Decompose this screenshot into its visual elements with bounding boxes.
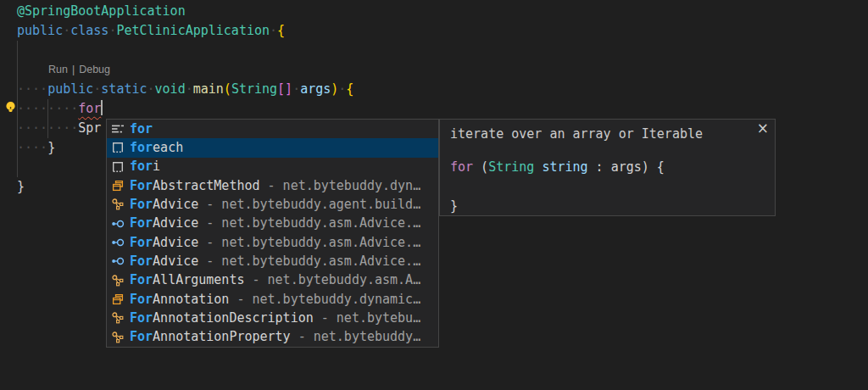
codelens-debug-link[interactable]: Debug — [79, 64, 110, 75]
snippet-symbol-icon — [111, 141, 125, 154]
suggestion-match-text: for — [130, 157, 153, 176]
suggestion-qualifier: - net.bytebuddy.asm.Advice.… — [198, 233, 420, 253]
code-token: void — [155, 81, 186, 97]
codelens-run-link[interactable]: Run — [48, 64, 68, 75]
code-line: @SpringBootApplication — [17, 2, 353, 21]
interface-symbol-icon — [111, 236, 125, 249]
suggestion-label: AbstractMethod — [153, 176, 259, 196]
hierarchy-symbol-icon — [111, 311, 125, 325]
code-token: PetClinicApplication — [116, 23, 270, 38]
suggestion-qualifier: - net.bytebuddy.agent.build… — [198, 195, 420, 214]
interface-symbol-icon — [111, 254, 125, 268]
code-line: } — [450, 197, 665, 216]
suggestion-match-text: For — [130, 309, 153, 328]
code-token: · — [147, 81, 155, 97]
code-token: [] — [277, 81, 292, 97]
suggestion-qualifier: - net.bytebuddy.asm.A… — [244, 270, 420, 290]
suggestion-qualifier: - net.bytebuddy.asm.Advice.… — [198, 252, 420, 271]
code-token: args — [611, 159, 642, 175]
code-token: public — [47, 81, 93, 97]
code-token: ········ — [17, 120, 78, 136]
suggestion-qualifier: - net.bytebu… — [314, 309, 420, 328]
suggestion-qualifier: - net.bytebuddy.dynamic… — [229, 290, 420, 309]
code-token: ) — [331, 81, 338, 97]
suggestion-label: i — [153, 157, 160, 176]
suggestion-label: Advice — [153, 233, 198, 253]
doc-code: for (String string : args) {} — [450, 158, 665, 216]
suggestion-label: Advice — [153, 195, 198, 214]
code-token: ) { — [642, 159, 665, 175]
code-token: for — [78, 101, 101, 116]
code-token: } — [17, 179, 25, 194]
hierarchy-symbol-icon — [111, 198, 125, 211]
code-token: : — [588, 159, 611, 175]
code-token: ···· — [17, 81, 47, 97]
suggestion-qualifier: - net.bytebuddy… — [291, 327, 421, 347]
doc-description: iterate over an array or Iterable — [450, 125, 703, 144]
code-token: Spr — [78, 120, 101, 136]
snippet-symbol-icon — [111, 160, 125, 174]
keyword-symbol-icon — [111, 122, 125, 136]
suggestion-item[interactable]: ForAnnotationDescription - net.bytebu… — [107, 309, 438, 327]
suggestion-item[interactable]: ForAdvice - net.bytebuddy.asm.Advice.… — [107, 252, 438, 270]
code-line — [450, 177, 665, 197]
class-symbol-icon — [111, 179, 125, 192]
editor-surface: @SpringBootApplicationpublic·class·PetCl… — [0, 0, 868, 390]
suggestion-label: AnnotationDescription — [153, 309, 314, 328]
code-line: ····public·static·void·main(String[]·arg… — [17, 80, 353, 99]
code-token: } — [450, 198, 458, 214]
code-line — [17, 41, 353, 60]
suggestion-label: each — [153, 138, 183, 158]
suggestion-match-text: For — [130, 233, 153, 253]
code-token: · — [270, 23, 277, 38]
suggestion-item[interactable]: ForAnnotationProperty - net.bytebuddy… — [107, 328, 438, 347]
suggestion-item[interactable]: ForAdvice - net.bytebuddy.asm.Advice.… — [107, 233, 438, 252]
code-token: ········ — [17, 101, 78, 116]
code-token: ···· — [17, 140, 47, 155]
suggestion-match-text: For — [130, 290, 153, 309]
suggestion-item[interactable]: ForAbstractMethod - net.bytebuddy.dyn… — [107, 176, 438, 195]
interface-symbol-icon — [111, 217, 125, 231]
code-token: { — [277, 23, 285, 38]
code-token: main — [193, 81, 224, 97]
suggestion-item[interactable]: foreach — [107, 138, 438, 157]
suggestion-item[interactable]: fori — [107, 158, 438, 176]
lightbulb-icon[interactable] — [3, 100, 18, 114]
text-cursor — [101, 100, 103, 115]
suggestion-qualifier: - net.bytebuddy.dyn… — [260, 176, 421, 196]
code-token: · — [338, 81, 346, 97]
code-token: · — [93, 81, 101, 97]
code-token: String — [488, 159, 534, 175]
suggest-list: forforeachforiForAbstractMethod - net.by… — [107, 120, 438, 347]
code-token: args — [300, 81, 331, 97]
suggestion-item[interactable]: ForAnnotation - net.bytebuddy.dynamic… — [107, 290, 438, 309]
suggestion-label: Annotation — [153, 290, 229, 309]
suggestion-match-text: For — [130, 214, 153, 233]
codelens-separator: | — [68, 64, 79, 75]
code-token: ( — [224, 81, 231, 97]
suggestion-label: AnnotationProperty — [153, 327, 291, 347]
suggestion-label: Advice — [153, 214, 198, 233]
suggestion-match-text: for — [130, 120, 153, 139]
hierarchy-symbol-icon — [111, 331, 125, 344]
suggest-details-panel: iterate over an array or Iterable × for … — [439, 119, 776, 216]
suggestion-label: AllArguments — [153, 270, 244, 290]
codelens: Run|Debug — [48, 60, 110, 80]
close-icon[interactable]: × — [757, 121, 769, 136]
suggestion-match-text: For — [130, 327, 153, 347]
code-token: @SpringBootApplication — [17, 3, 186, 19]
suggestion-label: Advice — [153, 252, 198, 271]
suggestion-match-text: For — [130, 195, 153, 214]
suggestion-item[interactable]: for — [107, 120, 438, 138]
suggestion-qualifier: - net.bytebuddy.asm.Advice.… — [198, 214, 420, 233]
code-token: } — [47, 140, 55, 155]
code-line: public·class·PetClinicApplication·{ — [17, 21, 353, 41]
suggestion-item[interactable]: ForAllArguments - net.bytebuddy.asm.A… — [107, 271, 438, 290]
suggestion-item[interactable]: ForAdvice - net.bytebuddy.agent.build… — [107, 195, 438, 214]
code-token: for — [450, 159, 473, 175]
code-line: for (String string : args) { — [450, 158, 665, 177]
suggestion-item[interactable]: ForAdvice - net.bytebuddy.asm.Advice.… — [107, 214, 438, 233]
suggest-widget: forforeachforiForAbstractMethod - net.by… — [106, 119, 439, 348]
code-token: { — [346, 81, 353, 97]
class-symbol-icon — [111, 292, 125, 306]
